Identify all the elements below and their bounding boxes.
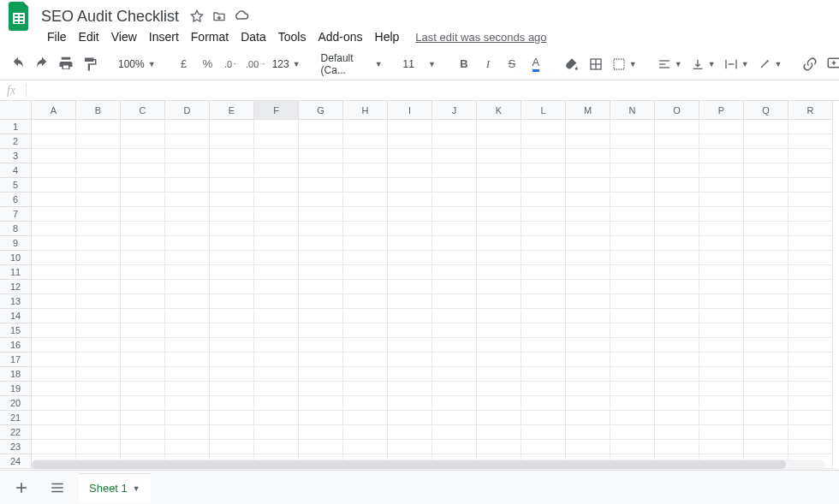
cell[interactable] — [299, 411, 343, 425]
col-header[interactable]: N — [610, 101, 655, 120]
cell[interactable] — [32, 294, 76, 309]
cell[interactable] — [566, 178, 610, 193]
col-header[interactable]: F — [254, 101, 299, 120]
cell[interactable] — [299, 396, 343, 411]
cell[interactable] — [165, 309, 210, 323]
cell[interactable] — [655, 440, 699, 454]
all-sheets-button[interactable] — [43, 476, 72, 500]
cell[interactable] — [210, 309, 254, 323]
cell[interactable] — [32, 280, 76, 294]
cell[interactable] — [566, 367, 610, 382]
col-header[interactable]: C — [121, 101, 165, 120]
cell[interactable] — [521, 134, 566, 149]
cell[interactable] — [32, 353, 76, 367]
cell[interactable] — [610, 396, 655, 411]
font-size-select[interactable]: 11▼ — [400, 54, 439, 74]
cell[interactable] — [610, 280, 655, 294]
cell[interactable] — [32, 265, 76, 280]
cell[interactable] — [744, 236, 788, 251]
cell[interactable] — [343, 396, 388, 411]
cell[interactable] — [343, 236, 388, 251]
cell[interactable] — [788, 280, 833, 294]
cell[interactable] — [121, 338, 165, 353]
cell[interactable] — [254, 440, 299, 454]
cell[interactable] — [254, 134, 299, 149]
cell[interactable] — [699, 367, 744, 382]
cell[interactable] — [566, 251, 610, 265]
cell[interactable] — [388, 134, 432, 149]
cell[interactable] — [299, 353, 343, 367]
cell[interactable] — [121, 163, 165, 178]
print-button[interactable] — [55, 53, 77, 75]
cell[interactable] — [210, 163, 254, 178]
cell[interactable] — [655, 120, 699, 134]
cell[interactable] — [566, 134, 610, 149]
cell[interactable] — [744, 309, 788, 323]
cell[interactable] — [388, 178, 432, 193]
cell[interactable] — [477, 411, 521, 425]
cell[interactable] — [254, 353, 299, 367]
cell[interactable] — [655, 294, 699, 309]
cell[interactable] — [744, 207, 788, 222]
cell[interactable] — [477, 382, 521, 396]
cell[interactable] — [699, 425, 744, 440]
cell[interactable] — [254, 323, 299, 338]
cell[interactable] — [477, 367, 521, 382]
cell[interactable] — [343, 338, 388, 353]
cell[interactable] — [165, 280, 210, 294]
format-percent-button[interactable]: % — [197, 53, 219, 75]
cell[interactable] — [254, 163, 299, 178]
cell[interactable] — [121, 149, 165, 163]
cell[interactable] — [76, 120, 121, 134]
cell[interactable] — [744, 338, 788, 353]
cell[interactable] — [76, 251, 121, 265]
cell[interactable] — [655, 411, 699, 425]
cell[interactable] — [343, 178, 388, 193]
cell[interactable] — [521, 236, 566, 251]
cell[interactable] — [254, 207, 299, 222]
cell[interactable] — [655, 367, 699, 382]
cell[interactable] — [210, 236, 254, 251]
cell[interactable] — [210, 294, 254, 309]
cell[interactable] — [76, 207, 121, 222]
cell[interactable] — [655, 222, 699, 236]
cell[interactable] — [254, 222, 299, 236]
cell[interactable] — [165, 323, 210, 338]
text-rotation-button[interactable]: ▼ — [754, 54, 786, 74]
cell[interactable] — [788, 265, 833, 280]
cell[interactable] — [388, 236, 432, 251]
menu-help[interactable]: Help — [369, 28, 406, 45]
cell[interactable] — [432, 222, 477, 236]
cell[interactable] — [343, 280, 388, 294]
cell[interactable] — [388, 440, 432, 454]
cell[interactable] — [566, 353, 610, 367]
col-header[interactable]: P — [699, 101, 744, 120]
menu-insert[interactable]: Insert — [143, 28, 185, 45]
cell[interactable] — [121, 265, 165, 280]
cell[interactable] — [76, 265, 121, 280]
cell[interactable] — [477, 338, 521, 353]
cell[interactable] — [610, 440, 655, 454]
add-sheet-button[interactable] — [7, 476, 36, 500]
cell[interactable] — [343, 294, 388, 309]
cell[interactable] — [699, 353, 744, 367]
cell[interactable] — [610, 309, 655, 323]
row-header[interactable]: 19 — [0, 382, 32, 396]
undo-button[interactable] — [7, 53, 29, 75]
cell[interactable] — [76, 193, 121, 207]
col-header[interactable]: Q — [744, 101, 788, 120]
cell[interactable] — [32, 382, 76, 396]
cell[interactable] — [566, 207, 610, 222]
row-header[interactable]: 18 — [0, 367, 32, 382]
cell[interactable] — [788, 382, 833, 396]
cell[interactable] — [744, 367, 788, 382]
cell[interactable] — [210, 120, 254, 134]
menu-file[interactable]: File — [41, 28, 73, 45]
cell[interactable] — [432, 265, 477, 280]
cell[interactable] — [699, 222, 744, 236]
row-header[interactable]: 17 — [0, 353, 32, 367]
cell[interactable] — [521, 280, 566, 294]
cell[interactable] — [477, 149, 521, 163]
cell[interactable] — [655, 207, 699, 222]
cell[interactable] — [610, 265, 655, 280]
